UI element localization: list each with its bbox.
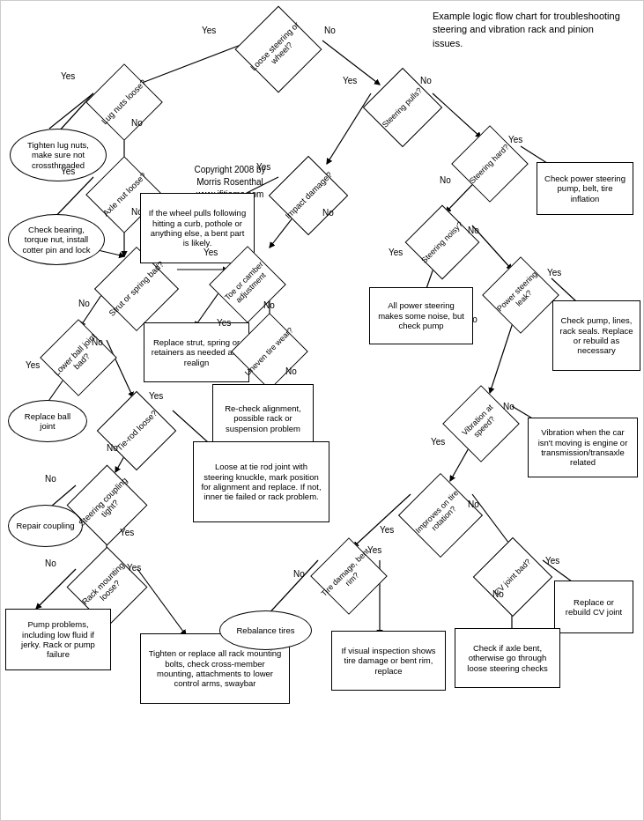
node-improves-rotation: Improves on tire rotation? bbox=[402, 477, 479, 554]
label-yes-lball: Yes bbox=[26, 360, 40, 370]
node-loose-tie-rod: Loose at tie rod joint with steering knu… bbox=[193, 441, 329, 522]
label-yes-cv: Yes bbox=[545, 556, 559, 566]
node-all-power: All power steering makes some noise, but… bbox=[369, 287, 473, 344]
node-visual-inspection: If visual inspection shows tire damage o… bbox=[331, 631, 446, 691]
check-bearing-text: Check bearing, torque nut, install cotte… bbox=[16, 225, 97, 255]
node-repair-coupling: Repair coupling bbox=[8, 505, 83, 547]
svg-line-34 bbox=[265, 560, 318, 618]
node-check-bearing: Check bearing, torque nut, install cotte… bbox=[8, 214, 105, 265]
label-yes-uw: Yes bbox=[217, 318, 231, 328]
label-no-strut: No bbox=[78, 299, 90, 308]
title-box: Example logic flow chart for troubleshoo… bbox=[433, 10, 626, 50]
node-lower-ball: Lower ball joint bad? bbox=[43, 322, 114, 393]
all-power-text: All power steering makes some noise, but… bbox=[375, 300, 467, 330]
label-no-lug: No bbox=[131, 118, 143, 128]
label-yes-loose: Yes bbox=[202, 26, 216, 35]
title-text: Example logic flow chart for troubleshoo… bbox=[433, 11, 620, 48]
check-axle-text: Check if axle bent, otherwise go through… bbox=[461, 643, 554, 673]
label-yes-sc: Yes bbox=[120, 528, 134, 537]
label-no-tc: No bbox=[263, 300, 275, 310]
label-no-sn: No bbox=[468, 226, 479, 235]
label-no-id: No bbox=[322, 208, 334, 218]
label-no-sc: No bbox=[45, 474, 56, 484]
wheel-pulls-text: If the wheel pulls following hitting a c… bbox=[146, 208, 248, 248]
svg-line-20 bbox=[327, 93, 371, 164]
label-yes-lug: Yes bbox=[61, 71, 75, 81]
node-cv-joint: CV joint bad? bbox=[477, 541, 549, 613]
node-power-leak: Power steering leak? bbox=[485, 260, 556, 330]
repair-coupling-text: Repair coupling bbox=[16, 521, 74, 530]
check-pump-text: Check pump, lines, rack seals. Replace o… bbox=[559, 315, 634, 356]
svg-line-38 bbox=[49, 93, 93, 129]
node-replace-cv: Replace or rebuild CV joint bbox=[554, 581, 633, 633]
label-yes-axle: Yes bbox=[61, 166, 75, 176]
label-yes-vs: Yes bbox=[431, 437, 445, 447]
recheck-align-text: Re-check alignment, possible rack or sus… bbox=[218, 403, 307, 433]
label-yes-tier: Yes bbox=[149, 391, 163, 401]
label-no-loose: No bbox=[324, 26, 336, 35]
replace-strut-text: Replace strut, spring or retainers as ne… bbox=[150, 337, 243, 367]
node-vibration-speed: Vibration at speed? bbox=[446, 388, 516, 459]
flowchart: Example logic flow chart for troubleshoo… bbox=[0, 0, 644, 821]
pump-problems-text: Pump problems, including low fluid if je… bbox=[11, 619, 105, 660]
label-yes-tc: Yes bbox=[204, 248, 218, 257]
label-yes-sp: Yes bbox=[343, 76, 357, 85]
label-no-td: No bbox=[293, 569, 305, 579]
node-steering-noisy: Steering noisy? bbox=[408, 208, 477, 277]
check-power-text: Check power steering pump, belt, tire in… bbox=[543, 174, 627, 203]
node-check-power: Check power steering pump, belt, tire in… bbox=[537, 162, 633, 215]
label-no-sp: No bbox=[420, 76, 432, 85]
node-pump-problems: Pump problems, including low fluid if je… bbox=[5, 609, 111, 670]
node-uneven-wear: Uneven tire wear? bbox=[234, 316, 305, 387]
node-lug-nuts: Lug nuts loose? bbox=[89, 67, 159, 137]
replace-cv-text: Replace or rebuild CV joint bbox=[560, 597, 627, 618]
node-check-pump: Check pump, lines, rack seals. Replace o… bbox=[552, 300, 640, 371]
visual-inspection-text: If visual inspection shows tire damage o… bbox=[337, 646, 440, 676]
node-tire-damage: Tire damage, bent rim? bbox=[314, 541, 384, 611]
label-no-sh: No bbox=[440, 175, 451, 185]
label-no-uw: No bbox=[285, 366, 297, 376]
node-rebalance: Rebalance tires bbox=[219, 610, 312, 650]
tighten-rack-text: Tighten or replace all rack mounting bol… bbox=[146, 648, 284, 689]
vibration-notmoving-text: Vibration when the car isn't moving is e… bbox=[534, 427, 632, 468]
svg-line-19 bbox=[137, 569, 186, 635]
node-vibration-notmoving: Vibration when the car isn't moving is e… bbox=[528, 418, 638, 477]
label-yes-ir: Yes bbox=[380, 525, 394, 535]
loose-tie-rod-text: Loose at tie rod joint with steering knu… bbox=[199, 462, 323, 502]
node-check-axle: Check if axle bent, otherwise go through… bbox=[455, 628, 560, 688]
rebalance-text: Rebalance tires bbox=[236, 625, 294, 635]
node-impact-damage: Impact damage? bbox=[272, 159, 344, 232]
node-tie-rod: Tie-rod loose? bbox=[100, 395, 173, 467]
label-yes-sn: Yes bbox=[389, 248, 403, 257]
label-yes-sh: Yes bbox=[508, 135, 522, 144]
label-no-rm: No bbox=[45, 558, 56, 568]
label-yes-id: Yes bbox=[256, 162, 270, 172]
node-replace-ball: Replace ball joint bbox=[8, 400, 87, 442]
node-strut-spring: Strut or spring bad? bbox=[98, 250, 175, 328]
replace-ball-text: Replace ball joint bbox=[16, 411, 79, 432]
tighten-lug-text: Tighten lug nuts, make sure not crossthr… bbox=[18, 140, 99, 170]
node-loose-steering: Loose steering or wheel? bbox=[239, 10, 318, 89]
